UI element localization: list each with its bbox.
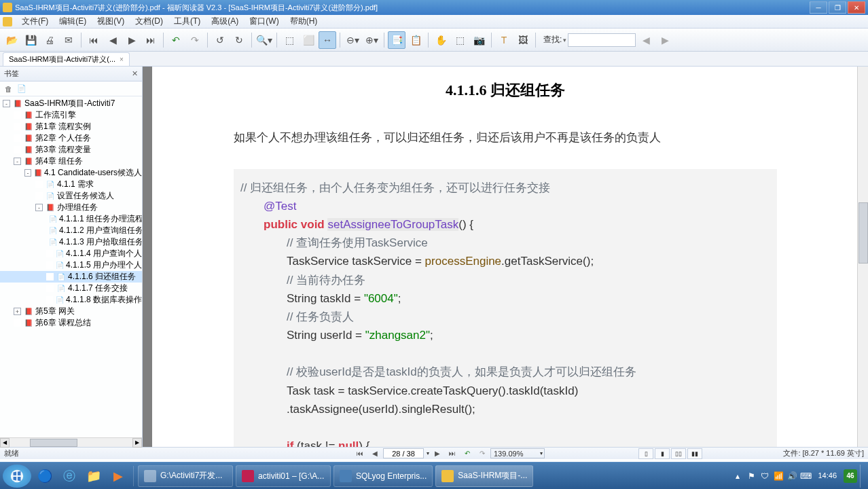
taskbar-clock[interactable]: 14:46: [814, 471, 841, 479]
first-page-nav-button[interactable]: ⏮: [353, 448, 367, 459]
menu-document[interactable]: 文档(D): [130, 16, 168, 27]
tree-toggle-icon[interactable]: -: [35, 204, 43, 211]
first-page-button[interactable]: ⏮: [85, 31, 103, 49]
search-input[interactable]: [568, 33, 636, 47]
taskbar-item-sqlyog[interactable]: SQLyog Enterpris...: [333, 465, 433, 487]
bookmarks-panel-button[interactable]: 📑: [388, 31, 405, 49]
bookmark-node[interactable]: 📕第1章 流程实例: [0, 121, 142, 132]
bookmark-node[interactable]: 📄4.1.1.7 任务交接: [0, 283, 142, 294]
email-button[interactable]: ✉: [60, 31, 77, 49]
show-desktop-button[interactable]: [860, 465, 865, 488]
delete-bookmark-icon[interactable]: 🗑: [3, 84, 14, 94]
minimize-button[interactable]: ─: [810, 1, 827, 14]
bookmark-node[interactable]: -📕办理组任务: [0, 202, 142, 213]
save-button[interactable]: 💾: [22, 31, 39, 49]
search-prev-button[interactable]: ◀: [637, 31, 655, 49]
quick-launch-1[interactable]: 🔵: [34, 465, 56, 487]
fit-actual-button[interactable]: ⬚: [281, 31, 298, 49]
sidebar-close-button[interactable]: ✕: [132, 69, 138, 78]
open-button[interactable]: 📂: [3, 31, 20, 49]
bookmark-node[interactable]: 📕第6章 课程总结: [0, 317, 142, 329]
snapshot-button[interactable]: 📷: [470, 31, 488, 49]
view-continuous-button[interactable]: ▮: [655, 448, 670, 459]
bookmark-node[interactable]: 📕工作流引擎: [0, 109, 142, 121]
tray-ime-icon[interactable]: ⌨: [800, 471, 811, 482]
prev-page-nav-button[interactable]: ◀: [368, 448, 382, 459]
bookmark-node[interactable]: 📕第3章 流程变量: [0, 144, 142, 156]
scroll-thumb[interactable]: [858, 202, 868, 264]
maximize-button[interactable]: ❐: [829, 1, 846, 14]
search-dropdown-icon[interactable]: ▾: [563, 37, 566, 43]
bookmark-node[interactable]: 📄4.1.1.1 组任务办理流程: [0, 213, 142, 225]
bookmark-node[interactable]: 📕第2章 个人任务: [0, 132, 142, 144]
tree-toggle-icon[interactable]: +: [14, 308, 21, 315]
back-button[interactable]: ↶: [167, 31, 185, 49]
zoom-out-button[interactable]: ⊖▾: [344, 31, 361, 49]
bookmark-node[interactable]: 📄4.1.1.4 用户查询个人: [0, 248, 142, 259]
content-vertical-scrollbar[interactable]: [857, 67, 868, 447]
fit-page-button[interactable]: ⬜: [300, 31, 317, 49]
view-facing-button[interactable]: ▯▯: [671, 448, 686, 459]
bookmark-node[interactable]: 📄4.1.1.2 用户查询组任务: [0, 225, 142, 236]
tray-flag-icon[interactable]: ⚑: [746, 471, 757, 482]
tab-close-button[interactable]: ×: [120, 56, 124, 63]
bookmark-node[interactable]: -📕4.1 Candidate-users候选人: [0, 167, 142, 179]
nav-back-button[interactable]: ↶: [460, 448, 474, 459]
tree-toggle-icon[interactable]: -: [14, 158, 21, 165]
forward-button[interactable]: ↷: [186, 31, 204, 49]
text-tool-button[interactable]: T: [495, 31, 513, 49]
bookmark-node[interactable]: 📄4.1.1.5 用户办理个人: [0, 259, 142, 271]
start-button[interactable]: [3, 465, 31, 488]
close-button[interactable]: ✕: [848, 1, 865, 14]
bookmark-node[interactable]: -📕第4章 组任务: [0, 156, 142, 167]
scroll-right-icon[interactable]: ▶: [132, 438, 142, 448]
bookmark-tree[interactable]: -📕SaaS-IHRM项目-Activiti7📕工作流引擎📕第1章 流程实例📕第…: [0, 96, 142, 437]
menu-window[interactable]: 窗口(W): [244, 16, 284, 27]
add-bookmark-icon[interactable]: 📄: [16, 84, 27, 94]
rotate-left-button[interactable]: ↺: [211, 31, 229, 49]
next-page-nav-button[interactable]: ▶: [431, 448, 444, 459]
rotate-right-button[interactable]: ↻: [230, 31, 248, 49]
bookmark-node[interactable]: +📕第5章 网关: [0, 306, 142, 317]
menu-advanced[interactable]: 高级(A): [206, 16, 244, 27]
image-tool-button[interactable]: 🖼: [514, 31, 532, 49]
menu-tools[interactable]: 工具(T): [168, 16, 206, 27]
print-button[interactable]: 🖨: [41, 31, 58, 49]
menu-edit[interactable]: 编辑(E): [54, 16, 92, 27]
document-tab[interactable]: SaaS-IHRM项目-Activiti7讲义(... ×: [3, 52, 130, 66]
menu-file[interactable]: 文件(F): [16, 16, 54, 27]
bookmark-node[interactable]: 📄4.1.1.6 归还组任务: [0, 271, 142, 283]
view-continuous-facing-button[interactable]: ▮▮: [687, 448, 702, 459]
prev-page-button[interactable]: ◀: [104, 31, 122, 49]
last-page-nav-button[interactable]: ⏭: [446, 448, 459, 459]
quick-launch-media[interactable]: ▶: [107, 465, 129, 487]
tray-network-icon[interactable]: 📶: [773, 471, 784, 482]
page-number-input[interactable]: [383, 448, 424, 458]
tray-badge[interactable]: 46: [844, 469, 857, 483]
tree-horizontal-scrollbar[interactable]: ◀ ▶: [0, 437, 142, 447]
bookmark-node[interactable]: 📄4.1.1.3 用户拾取组任务: [0, 236, 142, 248]
bookmark-node[interactable]: -📕SaaS-IHRM项目-Activiti7: [0, 98, 142, 109]
tray-show-hidden-icon[interactable]: ▴: [732, 471, 743, 482]
bookmark-node[interactable]: 📄4.1.1 需求: [0, 179, 142, 190]
taskbar-item-intellij[interactable]: activiti01 – [G:\A...: [236, 465, 331, 487]
search-next-button[interactable]: ▶: [656, 31, 674, 49]
next-page-button[interactable]: ▶: [123, 31, 141, 49]
hand-tool-button[interactable]: ✋: [432, 31, 450, 49]
menu-view[interactable]: 视图(V): [92, 16, 130, 27]
taskbar-item-foxit[interactable]: SaaS-IHRM项目-...: [435, 465, 533, 487]
tray-security-icon[interactable]: 🛡: [759, 471, 770, 482]
scroll-left-icon[interactable]: ◀: [0, 438, 10, 448]
view-single-button[interactable]: ▯: [638, 448, 653, 459]
menu-help[interactable]: 帮助(H): [285, 16, 323, 27]
layers-panel-button[interactable]: 📋: [407, 31, 424, 49]
quick-launch-ie[interactable]: ⓔ: [58, 465, 80, 487]
zoom-in-button[interactable]: ⊕▾: [363, 31, 380, 49]
tree-toggle-icon[interactable]: -: [3, 100, 10, 107]
last-page-button[interactable]: ⏭: [142, 31, 160, 49]
fit-width-button[interactable]: ↔: [319, 31, 336, 49]
scroll-thumb[interactable]: [30, 439, 77, 447]
select-tool-button[interactable]: ⬚: [451, 31, 469, 49]
nav-forward-button[interactable]: ↷: [475, 448, 489, 459]
zoom-display[interactable]: 139.09% ▾: [490, 448, 545, 458]
